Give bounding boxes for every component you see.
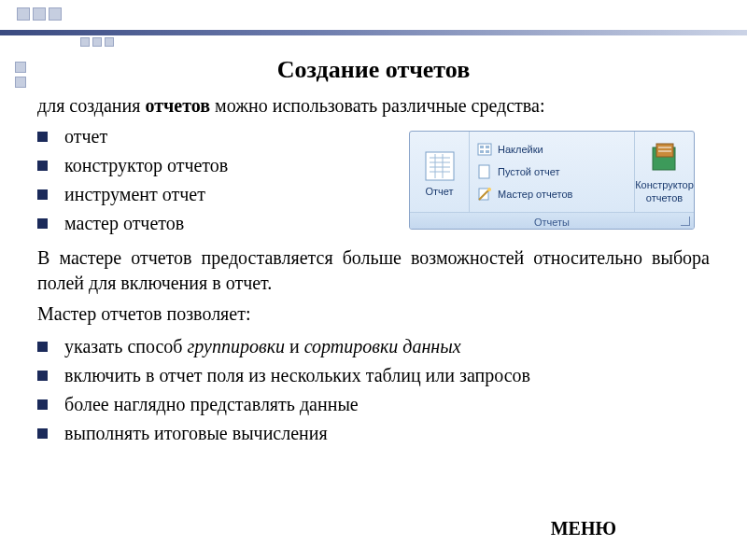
cap-text: выполнять итоговые вычисления [64,419,328,448]
slide-title: Создание отчетов [37,56,710,84]
list-item: включить в отчет поля из нескольких табл… [37,361,710,390]
cap-text: более наглядно представлять данные [64,390,359,419]
intro-text: для создания отчетов можно использовать … [37,95,710,117]
allows-label: Мастер отчетов позволяет: [37,301,710,327]
intro-prefix: для создания [37,95,145,116]
ribbon-screenshot: Отчет Наклейки Пустой отчет [409,131,695,230]
list-item: более наглядно представлять данные [37,390,710,419]
labels-icon [477,142,492,157]
list-item: выполнять итоговые вычисления [37,419,710,448]
svg-rect-16 [656,144,673,157]
tool-label: отчет [64,122,107,151]
paragraph-info: В мастере отчетов предоставляется больше… [37,245,710,296]
constructor-icon [649,142,681,177]
tool-label: конструктор отчетов [64,151,228,180]
menu-link[interactable]: МЕНЮ [551,518,616,539]
side-decor-square [15,77,26,88]
ribbon-wizard-label: Мастер отчетов [498,189,572,200]
svg-rect-8 [480,146,484,148]
cap-text: включить в отчет поля из нескольких табл… [64,361,530,390]
svg-rect-7 [478,144,491,155]
svg-rect-11 [486,150,489,153]
ribbon-constructor-label2: отчетов [646,192,683,203]
cap-text: указать способ группировки и сортировки … [64,332,461,361]
report-icon [424,148,456,184]
ribbon-blank-report-button[interactable]: Пустой отчет [473,161,630,182]
header-decor-squares [17,7,62,21]
ribbon-wizard-button[interactable]: Мастер отчетов [473,184,630,204]
svg-rect-10 [480,150,484,153]
intro-bold: отчетов [145,95,210,116]
wizard-icon [477,187,492,202]
svg-rect-9 [486,146,489,148]
svg-rect-0 [426,152,454,180]
list-item: указать способ группировки и сортировки … [37,332,710,361]
ribbon-report-button[interactable]: Отчет [410,132,470,212]
svg-point-14 [487,188,491,191]
ribbon-constructor-label1: Конструктор [635,179,694,190]
ribbon-blank-label: Пустой отчет [498,166,559,177]
ribbon-middle-group: Наклейки Пустой отчет Мастер отчетов [470,132,634,212]
slide-content: Создание отчетов для создания отчетов мо… [37,56,710,455]
header-small-squares [80,37,114,47]
ribbon-group-title: Отчеты [410,212,694,230]
side-decor-square [15,62,26,73]
dialog-launcher-icon[interactable] [681,217,690,226]
ribbon-labels-label: Наклейки [498,144,543,155]
header-gradient-bar [0,30,747,35]
blank-report-icon [477,164,492,179]
capabilities-list: указать способ группировки и сортировки … [37,332,710,448]
ribbon-constructor-button[interactable]: Конструктор отчетов [634,132,694,212]
ribbon-report-label: Отчет [425,186,453,197]
intro-suffix: можно использовать различные средства: [210,95,544,116]
tool-label: мастер отчетов [64,209,184,238]
tool-label: инструмент отчет [64,180,205,209]
ribbon-labels-button[interactable]: Наклейки [473,139,630,160]
svg-rect-12 [479,165,489,178]
